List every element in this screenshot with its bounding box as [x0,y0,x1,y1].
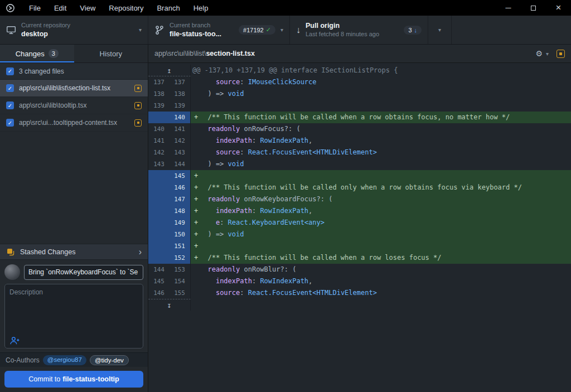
old-line-number: 143 [148,158,170,170]
file-path-dir: app\src\ui\lib\list\ [154,50,206,57]
minimize-button[interactable]: ─ [496,0,521,16]
new-line-number: 143 [170,147,191,158]
current-repository-button[interactable]: Current repository desktop ▾ [0,16,148,44]
coauthor-pill[interactable]: @tidy-dev [90,355,129,365]
download-arrow-icon: ↓ [296,25,301,35]
changed-files-label: 3 changed files [19,67,64,75]
file-row[interactable]: ✓app\src\ui...tooltipped-content.tsx [0,114,148,132]
file-row[interactable]: ✓app\src\ui\lib\list\section-list.tsx [0,80,148,97]
expand-down-button[interactable]: ↧ [148,299,191,311]
old-line-number: 137 [148,76,170,88]
close-button[interactable]: × [546,0,571,16]
current-branch-button[interactable]: Current branch file-status-too... #17192… [148,16,290,44]
diff-line[interactable]: 143144 ) => void [148,158,571,170]
git-branch-icon [154,25,164,35]
arrow-down-icon: ↓ [414,27,418,33]
diff-code: source: React.FocusEvent<HTMLDivElement> [191,147,571,158]
diff-line[interactable]: 152+ /** This function will be called wh… [148,252,571,264]
diff-line[interactable]: 141142 indexPath: RowIndexPath, [148,135,571,147]
diff-line[interactable]: 149+ e: React.KeyboardEvent<any> [148,217,571,229]
pull-title: Pull origin [306,21,379,30]
pr-number: #17192 [243,27,264,33]
chevron-down-icon[interactable]: ▾ [280,27,283,33]
old-line-number: 140 [148,123,170,135]
diff-code: source: IMouseClickSource [191,76,571,88]
repo-label: Current repository [21,21,70,29]
diff-code: indexPath: RowIndexPath, [191,135,571,147]
file-checkbox[interactable]: ✓ [6,119,14,127]
new-line-number: 141 [170,123,191,135]
coauthor-pills: @sergiou87@tidy-dev [43,355,129,365]
app-logo-icon [6,3,15,13]
old-line-number [148,205,170,217]
pr-badge[interactable]: #17192 ✓ [239,25,275,35]
diff-line[interactable]: 148+ indexPath: RowIndexPath, [148,205,571,217]
new-line-number: 140 [170,112,191,123]
menu-help[interactable]: Help [187,0,215,16]
menu-repository[interactable]: Repository [102,0,150,16]
diff-expand-row: ↧ [148,299,571,311]
chevron-down-icon[interactable]: ▾ [546,51,549,57]
diff-line[interactable]: 140141 readonly onRowFocus?: ( [148,123,571,135]
branch-label: Current branch [170,21,221,29]
tab-history[interactable]: History [74,45,148,62]
pull-origin-button[interactable]: ↓ Pull origin Last fetched 8 minutes ago… [290,16,428,44]
chevron-down-icon[interactable]: ▾ [139,27,142,33]
diff-line[interactable]: 139139 [148,100,571,112]
commit-description-input[interactable] [9,288,138,335]
diff-code: + /** This function will be called when … [191,112,571,123]
expand-up-button[interactable]: ↥ [148,65,191,76]
select-all-checkbox[interactable]: ✓ [6,67,14,75]
old-line-number [148,112,170,123]
diff-code: + /** This function will be called when … [191,252,571,264]
pull-options-button[interactable]: ▾ [428,16,452,44]
diff-line[interactable]: 145+ [148,170,571,182]
tab-changes[interactable]: Changes 3 [0,45,74,62]
file-path-name: section-list.tsx [206,50,255,57]
old-line-number [148,252,170,264]
stash-icon [6,248,15,257]
commit-form: Co-Authors @sergiou87@tidy-dev Commit to… [0,260,148,392]
file-checkbox[interactable]: ✓ [6,101,14,109]
modified-status-icon[interactable] [557,50,565,58]
diff-line[interactable]: 147+ readonly onRowKeyboardFocus?: ( [148,193,571,205]
coauthor-pill[interactable]: @sergiou87 [43,355,86,365]
diff-pane: app\src\ui\lib\list\section-list.tsx ⚙ ▾… [148,45,571,392]
old-line-number [148,170,170,182]
diff-line[interactable]: 150+ ) => void [148,229,571,240]
commit-button[interactable]: Commit to file-status-tooltip [4,371,143,388]
gear-icon[interactable]: ⚙ [535,49,543,58]
stashed-changes-bar[interactable]: Stashed Changes › [0,244,148,260]
maximize-button[interactable] [521,0,546,16]
avatar [4,264,20,280]
content: Changes 3 History ✓ 3 changed files ✓app… [0,45,571,392]
file-checkbox[interactable]: ✓ [6,84,14,92]
commit-summary-input[interactable] [24,265,143,280]
diff-line[interactable]: 138138 ) => void [148,88,571,100]
menu-file[interactable]: File [22,0,47,16]
diff-line[interactable]: 140+ /** This function will be called wh… [148,112,571,123]
diff-line[interactable]: 137137 source: IMouseClickSource [148,76,571,88]
tab-changes-label: Changes [16,50,45,58]
diff-code: ) => void [191,158,571,170]
diff-line[interactable]: 144153 readonly onRowBlur?: ( [148,264,571,275]
old-line-number: 138 [148,88,170,100]
add-coauthor-icon[interactable] [9,336,20,345]
check-icon: ✓ [266,26,271,33]
diff-code: ) => void [191,88,571,100]
menu-view[interactable]: View [73,0,102,16]
menu-branch[interactable]: Branch [150,0,186,16]
file-row[interactable]: ✓app\src\ui\lib\tooltip.tsx [0,97,148,114]
diff-code: + [191,170,571,182]
diff-line[interactable]: 146+ /** This function will be called on… [148,182,571,193]
old-line-number: 141 [148,135,170,147]
diff-code: + ) => void [191,229,571,240]
diff-line[interactable]: 145154 indexPath: RowIndexPath, [148,275,571,287]
menu-edit[interactable]: Edit [47,0,73,16]
diff-code: + [191,240,571,252]
diff-line[interactable]: 151+ [148,240,571,252]
diff-code: + /** This function will be called only … [191,182,571,193]
diff-line[interactable]: 146155 source: React.FocusEvent<HTMLDivE… [148,287,571,299]
old-line-number [148,193,170,205]
diff-line[interactable]: 142143 source: React.FocusEvent<HTMLDivE… [148,147,571,158]
